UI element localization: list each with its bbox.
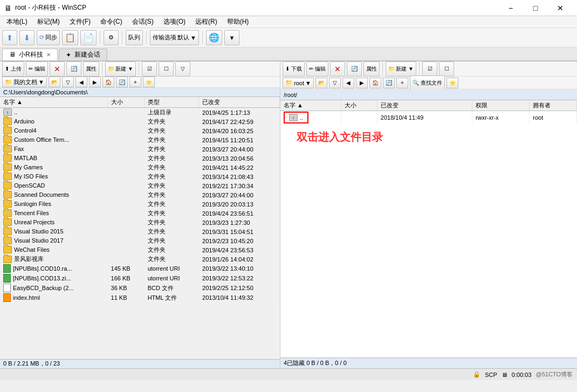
col-owner-right[interactable]: 拥有者 (530, 100, 577, 111)
toolbar-btn4[interactable]: 📄 (80, 30, 97, 45)
table-row[interactable]: [NPUBits].COD10.ra... 145 KB utorrent UR… (0, 264, 280, 273)
table-row[interactable]: MATLAB 文件夹 2019/3/13 20:04:56 (0, 154, 280, 163)
maximize-button[interactable]: □ (523, 0, 548, 16)
delete-left-button[interactable]: ✕ (50, 61, 65, 77)
download-button[interactable]: ⬇ (19, 30, 35, 45)
right-plus-button[interactable]: + (396, 78, 408, 88)
close-button[interactable]: ✕ (548, 0, 573, 16)
tab-new-session[interactable]: ✦ 新建会话 (59, 49, 107, 60)
find-files-button[interactable]: 🔍 查找文件 (410, 75, 445, 91)
col-perms-right[interactable]: 权限 (472, 100, 530, 111)
right-up-button[interactable]: 🏠 (369, 78, 381, 88)
right-path: /root/ (280, 90, 577, 100)
table-row[interactable]: ↑ .. 2018/10/4 11:49 rwxr-xr-x root (280, 111, 577, 125)
queue-button[interactable]: 队列 (126, 30, 143, 45)
menu-command[interactable]: 命令(C) (96, 16, 127, 27)
file-name-cell: MATLAB (0, 154, 108, 162)
file-name-cell: Visual Studio 2017 (0, 236, 108, 245)
right-refresh2[interactable]: 🔄 (383, 78, 395, 88)
tab-close-icon[interactable]: ✕ (46, 52, 51, 58)
menu-mark[interactable]: 标记(M) (33, 16, 64, 27)
table-row[interactable]: Visual Studio 2017 文件夹 2019/2/23 10:45:2… (0, 236, 280, 245)
right-addr-dropdown[interactable]: 📁 root ▼ (283, 78, 314, 88)
table-row[interactable]: WeChat Files 文件夹 2019/4/24 23:56:53 (0, 245, 280, 255)
left-filter-button[interactable]: ▽ (175, 61, 190, 77)
file-name-cell: Custom Office Tem... (0, 135, 108, 144)
left-mark-button[interactable]: ☑ (142, 61, 157, 77)
menu-option[interactable]: 选项(O) (159, 16, 190, 27)
table-row[interactable]: Visual Studio 2015 文件夹 2019/3/31 15:04:5… (0, 227, 280, 236)
left-file-list[interactable]: 名字 ▲ 大小 类型 已改变 ↑.. 上级目录 2019/4/25 1:17:1… (0, 97, 280, 359)
menu-help[interactable]: 帮助(H) (223, 16, 253, 27)
upload-button[interactable]: ⬆ (2, 30, 17, 45)
transfer-options-button[interactable]: 传输选项 默认 ▼ (150, 30, 199, 45)
table-row[interactable]: Control4 文件夹 2019/4/20 16:03:25 (0, 126, 280, 135)
toolbar-globe-button[interactable]: 🌐 (206, 30, 222, 45)
right-fav-button[interactable]: ⭐ (447, 78, 458, 88)
table-row[interactable]: 景风影视库 文件夹 2019/1/26 14:04:02 (0, 255, 280, 264)
right-props-button[interactable]: 属性 (363, 61, 380, 77)
menu-session[interactable]: 会话(S) (128, 16, 158, 27)
col-type-left[interactable]: 类型 (144, 97, 198, 108)
left-unmark-button[interactable]: ☐ (159, 61, 174, 77)
sync-button[interactable]: ⟳ 同步 (37, 30, 60, 45)
table-row[interactable]: Custom Office Tem... 文件夹 2019/4/15 11:20… (0, 135, 280, 145)
col-size-left[interactable]: 大小 (108, 97, 145, 108)
left-forward-button[interactable]: ▶ (89, 77, 101, 87)
table-row[interactable]: Tencent Files 文件夹 2019/4/24 23:56:51 (0, 209, 280, 218)
parent-folder-icon: ↑ (3, 108, 12, 116)
upload-action-button[interactable]: ⬆ 上传 (2, 61, 24, 77)
edit-right-button[interactable]: ✏ 编辑 (306, 61, 328, 77)
edit-button[interactable]: ✏ 编辑 (26, 61, 48, 77)
menu-remote[interactable]: 远程(R) (191, 16, 222, 27)
left-props-button[interactable]: 属性 (83, 61, 99, 77)
col-date-left[interactable]: 已改变 (199, 97, 280, 108)
delete-right-button[interactable]: ✕ (330, 61, 345, 77)
table-row[interactable]: My ISO Files 文件夹 2019/3/14 21:08:43 (0, 172, 280, 181)
table-row[interactable]: ↑.. 上级目录 2019/4/25 1:17:13 (0, 108, 280, 118)
table-row[interactable]: My Games 文件夹 2019/4/21 14:45:22 (0, 163, 280, 172)
table-row[interactable]: Unreal Projects 文件夹 2019/3/23 1:27:30 (0, 218, 280, 227)
download-action-button[interactable]: ⬇ 下载 (283, 61, 305, 77)
chevron-icon: ▼ (38, 79, 44, 85)
col-date-right[interactable]: 已改变 (377, 100, 472, 111)
left-new-button[interactable]: 📁 新建 ▼ (105, 61, 136, 77)
right-new-button[interactable]: 📁 新建 ▼ (386, 61, 416, 77)
left-fav-button[interactable]: ⭐ (143, 77, 155, 87)
toolbar-arrow-button[interactable]: ▼ (224, 30, 239, 45)
tab-xiaor[interactable]: 🖥 小R科技 ✕ (2, 49, 58, 60)
col-name-right[interactable]: 名字 ▲ (280, 100, 341, 111)
table-row[interactable]: Scanned Documents 文件夹 2019/3/27 20:44:00 (0, 190, 280, 200)
right-mark-button[interactable]: ☑ (422, 61, 437, 77)
table-row[interactable]: EasyBCD_Backup (2... 36 KB BCD 文件 2019/2… (0, 283, 280, 293)
right-file-list[interactable]: 名字 ▲ 大小 已改变 权限 拥有者 ↑ .. (280, 100, 577, 357)
col-name-left[interactable]: 名字 ▲ (0, 97, 108, 108)
left-back-button[interactable]: ◀ (75, 77, 87, 87)
table-row[interactable]: [NPUBits].COD13.zi... 166 KB utorrent UR… (0, 273, 280, 283)
left-refresh-button[interactable]: 🔄 (66, 61, 81, 77)
toolbar-btn3[interactable]: 📋 (62, 30, 78, 45)
menu-local[interactable]: 本地(L) (2, 16, 32, 27)
right-browse-button[interactable]: 📂 (315, 78, 327, 88)
right-forward-button[interactable]: ▶ (356, 78, 368, 88)
table-row[interactable]: Sunlogin Files 文件夹 2019/3/20 20:03:13 (0, 200, 280, 209)
table-row[interactable]: Fax 文件夹 2019/3/27 20:44:00 (0, 145, 280, 154)
left-filter-btn2[interactable]: ▽ (62, 77, 74, 87)
right-refresh-button[interactable]: 🔄 (347, 61, 362, 77)
left-plus-button[interactable]: + (129, 77, 141, 87)
left-refresh2[interactable]: 🔄 (116, 77, 128, 87)
table-row[interactable]: Arduino 文件夹 2019/4/17 22:42:59 (0, 117, 280, 126)
left-addr-dropdown[interactable]: 📁 我的文档 ▼ (2, 77, 47, 87)
right-filter-btn[interactable]: ▽ (329, 78, 341, 88)
col-size-right[interactable]: 大小 (341, 100, 377, 111)
table-row[interactable]: index.html 11 KB HTML 文件 2013/10/4 11:49… (0, 293, 280, 302)
right-back-button[interactable]: ◀ (342, 78, 354, 88)
file-size-cell (108, 181, 145, 190)
left-browse-button[interactable]: 📂 (49, 77, 60, 87)
gear-button[interactable]: ⚙ (104, 30, 119, 45)
table-row[interactable]: OpenSCAD 文件夹 2019/2/21 17:30:34 (0, 181, 280, 190)
menu-file[interactable]: 文件(F) (65, 16, 95, 27)
right-unmark-button[interactable]: ☐ (439, 61, 454, 77)
minimize-button[interactable]: − (498, 0, 523, 16)
left-up-button[interactable]: 🏠 (102, 77, 114, 87)
